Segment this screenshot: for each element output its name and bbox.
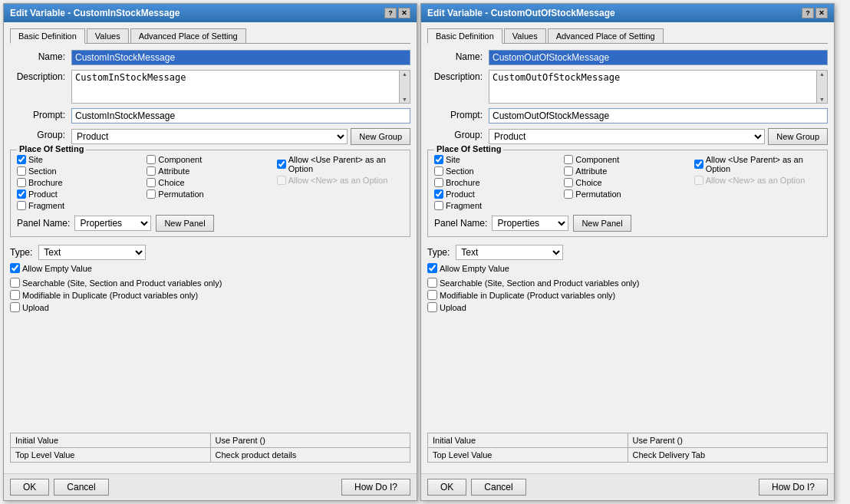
searchable-check-2[interactable]: Searchable (Site, Section and Product va… (427, 278, 828, 288)
check-section-1[interactable]: Section (17, 166, 143, 176)
allow-empty-2[interactable]: Allow Empty Value (427, 263, 828, 273)
check-section-2[interactable]: Section (434, 166, 561, 176)
name-input-1[interactable] (71, 50, 410, 65)
cell-top-level-1: Top Level Value (11, 448, 211, 462)
check-component-2[interactable]: Component (564, 155, 690, 164)
type-select-1[interactable]: Text (38, 245, 146, 260)
check-fragment-2[interactable]: Fragment (434, 201, 561, 210)
cell-use-parent-2: Use Parent () (628, 433, 828, 447)
help-btn-1[interactable]: ? (384, 8, 397, 18)
check-permutation-2[interactable]: Permutation (564, 189, 690, 199)
check-product-1[interactable]: Product (17, 189, 143, 199)
description-input-2[interactable]: CustomOutOfStockMessage (489, 70, 817, 104)
table-row1-1: Initial Value Use Parent () (11, 433, 410, 448)
check-brochure-1[interactable]: Brochure (17, 178, 143, 187)
modifiable-check-1[interactable]: Modifiable in Duplicate (Product variabl… (10, 290, 410, 300)
check-component-1[interactable]: Component (147, 155, 273, 164)
group-select-2[interactable]: Product (489, 129, 765, 144)
cell-initial-value-2: Initial Value (428, 433, 628, 447)
tab-values-1[interactable]: Values (87, 28, 129, 43)
allow-empty-check-2[interactable] (427, 263, 437, 273)
check-site-1[interactable]: Site (17, 155, 143, 164)
dialog-body-1: Basic Definition Values Advanced Place o… (4, 22, 417, 473)
table-row1-2: Initial Value Use Parent () (428, 433, 827, 448)
name-input-2[interactable] (489, 50, 828, 65)
ok-btn-1[interactable]: OK (10, 479, 49, 496)
check-fragment-1[interactable]: Fragment (17, 201, 143, 210)
check-allow-new-1[interactable]: Allow <New> as an Option (277, 176, 404, 185)
check-attribute-1[interactable]: Attribute (147, 166, 273, 176)
title-2: Edit Variable - CustomOutOfStockMessage (427, 8, 615, 18)
scroll-down-1[interactable]: ▼ (401, 96, 408, 103)
check-brochure-2[interactable]: Brochure (434, 178, 561, 187)
modifiable-check-2[interactable]: Modifiable in Duplicate (Product variabl… (427, 290, 828, 300)
prompt-input-1[interactable] (71, 108, 410, 124)
name-label-2: Name: (427, 50, 489, 62)
tab-advanced-1[interactable]: Advanced Place of Setting (130, 28, 246, 43)
close-btn-1[interactable]: ✕ (398, 8, 410, 18)
cancel-btn-1[interactable]: Cancel (54, 479, 108, 496)
prompt-input-2[interactable] (489, 108, 828, 124)
upload-check-1[interactable]: Upload (10, 302, 410, 312)
close-btn-2[interactable]: ✕ (815, 8, 828, 18)
new-group-btn-1[interactable]: New Group (351, 128, 410, 145)
scroll-down-2[interactable]: ▼ (819, 96, 825, 103)
description-input-1[interactable]: CustomInStockMessage (71, 70, 400, 104)
description-row-2: Description: CustomOutOfStockMessage ▲ ▼ (427, 70, 828, 104)
scrollbar-1: ▲ ▼ (400, 70, 410, 104)
group-select-1[interactable]: Product (71, 129, 348, 144)
cell-check-delivery-2: Check Delivery Tab (628, 448, 828, 462)
dialog-1: Edit Variable - CustomInStockMessage ? ✕… (3, 3, 417, 501)
name-label-1: Name: (10, 50, 71, 62)
tab-values-2[interactable]: Values (504, 28, 546, 43)
check-permutation-1[interactable]: Permutation (147, 189, 273, 199)
place-of-setting-2: Place Of Setting Site Section Brochure P… (427, 150, 828, 237)
new-panel-btn-1[interactable]: New Panel (156, 215, 213, 232)
check-use-parent-2[interactable]: Allow <Use Parent> as an Option (694, 155, 821, 173)
check-attribute-2[interactable]: Attribute (564, 166, 690, 176)
bottom-table-1: Initial Value Use Parent () Top Level Va… (10, 433, 410, 463)
scroll-up-2[interactable]: ▲ (819, 71, 825, 77)
check-choice-1[interactable]: Choice (147, 178, 273, 187)
tab-advanced-2[interactable]: Advanced Place of Setting (548, 28, 664, 43)
help-footer-btn-2[interactable]: How Do I? (759, 479, 828, 496)
tab-basic-definition-1[interactable]: Basic Definition (10, 28, 85, 44)
check-choice-2[interactable]: Choice (564, 178, 690, 187)
panel-select-2[interactable]: Properties (492, 216, 568, 231)
check-site-2[interactable]: Site (434, 155, 561, 164)
col2-2: Component Attribute Choice Permutation (564, 155, 690, 210)
check-allow-new-2[interactable]: Allow <New> as an Option (694, 176, 821, 185)
prompt-label-2: Prompt: (427, 108, 489, 120)
misc-checks-1: Searchable (Site, Section and Product va… (10, 278, 410, 312)
cell-check-product-1: Check product details (211, 448, 410, 462)
upload-check-2[interactable]: Upload (427, 302, 828, 312)
check-use-parent-1[interactable]: Allow <Use Parent> as an Option (277, 155, 404, 173)
cancel-btn-2[interactable]: Cancel (471, 479, 525, 496)
panel-label-1: Panel Name: (17, 218, 70, 229)
group-row-2: Group: Product New Group (427, 128, 828, 145)
tab-basic-definition-2[interactable]: Basic Definition (427, 28, 502, 44)
scroll-up-1[interactable]: ▲ (401, 71, 408, 77)
new-group-btn-2[interactable]: New Group (768, 128, 828, 145)
cell-top-level-2: Top Level Value (428, 448, 628, 462)
allow-empty-1[interactable]: Allow Empty Value (10, 263, 410, 273)
panel-row-1: Panel Name: Properties New Panel (17, 215, 404, 232)
check-product-2[interactable]: Product (434, 189, 561, 199)
panel-select-1[interactable]: Properties (74, 216, 151, 231)
description-row-1: Description: CustomInStockMessage ▲ ▼ (10, 70, 410, 104)
prompt-row-1: Prompt: (10, 108, 410, 124)
panel-row-2: Panel Name: Properties New Panel (434, 215, 821, 232)
description-wrapper-1: CustomInStockMessage ▲ ▼ (71, 70, 410, 104)
help-footer-btn-1[interactable]: How Do I? (341, 479, 410, 496)
ok-btn-2[interactable]: OK (427, 479, 466, 496)
new-panel-btn-2[interactable]: New Panel (573, 215, 631, 232)
footer-1: OK Cancel How Do I? (4, 473, 417, 500)
dialog-body-2: Basic Definition Values Advanced Place o… (421, 22, 834, 473)
type-select-2[interactable]: Text (456, 245, 563, 260)
title-controls-2: ? ✕ (802, 8, 828, 18)
help-btn-2[interactable]: ? (802, 8, 814, 18)
searchable-check-1[interactable]: Searchable (Site, Section and Product va… (10, 278, 410, 288)
allow-empty-check-1[interactable] (10, 263, 20, 273)
group-label-1: Group: (10, 128, 71, 140)
table-row2-2: Top Level Value Check Delivery Tab (428, 448, 827, 462)
